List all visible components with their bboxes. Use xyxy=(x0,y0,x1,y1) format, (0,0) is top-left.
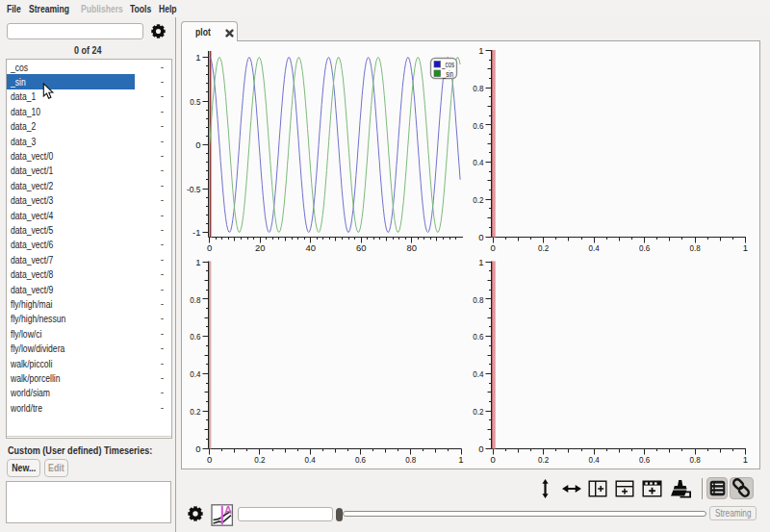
svg-text:0.8: 0.8 xyxy=(473,83,483,93)
svg-text:0.6: 0.6 xyxy=(473,120,483,131)
svg-text:0.2: 0.2 xyxy=(538,454,549,465)
svg-text:0.8: 0.8 xyxy=(190,294,200,305)
svg-text:0.4: 0.4 xyxy=(589,242,600,253)
svg-text:0.2: 0.2 xyxy=(538,242,549,253)
svg-text:A: A xyxy=(224,504,232,516)
svg-text:0.2: 0.2 xyxy=(254,454,265,465)
svg-text:-1: -1 xyxy=(192,227,200,238)
svg-text:0.2: 0.2 xyxy=(473,194,483,205)
svg-text:0.6: 0.6 xyxy=(639,242,650,253)
svg-text:0.5: 0.5 xyxy=(190,96,200,107)
svg-text:0.4: 0.4 xyxy=(473,157,483,167)
svg-text:0.4: 0.4 xyxy=(190,368,200,379)
svg-text:0.4: 0.4 xyxy=(473,368,483,379)
svg-text:1: 1 xyxy=(478,45,483,56)
svg-text:0: 0 xyxy=(207,454,212,465)
svg-text:60: 60 xyxy=(356,242,367,253)
svg-text:0.6: 0.6 xyxy=(639,454,650,465)
svg-text:-0.5: -0.5 xyxy=(187,184,201,194)
svg-text:0: 0 xyxy=(491,242,496,253)
svg-text:0: 0 xyxy=(195,443,200,454)
svg-text:0.6: 0.6 xyxy=(355,454,366,465)
svg-text:0: 0 xyxy=(207,242,212,253)
svg-text:0.2: 0.2 xyxy=(473,406,483,417)
svg-text:0.4: 0.4 xyxy=(589,454,600,465)
svg-text:0: 0 xyxy=(491,454,496,465)
svg-text:1: 1 xyxy=(743,242,748,253)
svg-text:1: 1 xyxy=(195,257,200,267)
svg-text:0.2: 0.2 xyxy=(190,406,200,417)
svg-text:20: 20 xyxy=(255,242,266,253)
svg-text:0.8: 0.8 xyxy=(689,242,700,253)
svg-text:1: 1 xyxy=(458,454,463,465)
svg-text:80: 80 xyxy=(406,242,417,253)
svg-text:40: 40 xyxy=(305,242,316,253)
svg-text:1: 1 xyxy=(478,257,483,267)
svg-text:_cos: _cos xyxy=(441,60,454,69)
svg-text:0: 0 xyxy=(478,443,483,454)
svg-text:0.6: 0.6 xyxy=(473,331,483,342)
svg-text:1: 1 xyxy=(743,454,748,465)
svg-text:0.8: 0.8 xyxy=(405,454,416,465)
svg-text:0: 0 xyxy=(195,139,200,150)
svg-text:1: 1 xyxy=(195,52,200,63)
svg-text:0.8: 0.8 xyxy=(473,294,483,305)
svg-text:0.6: 0.6 xyxy=(190,331,200,342)
svg-text:_sin: _sin xyxy=(442,69,453,79)
svg-text:0.4: 0.4 xyxy=(305,454,316,465)
svg-text:0.8: 0.8 xyxy=(689,454,700,465)
svg-text:0: 0 xyxy=(478,232,483,242)
